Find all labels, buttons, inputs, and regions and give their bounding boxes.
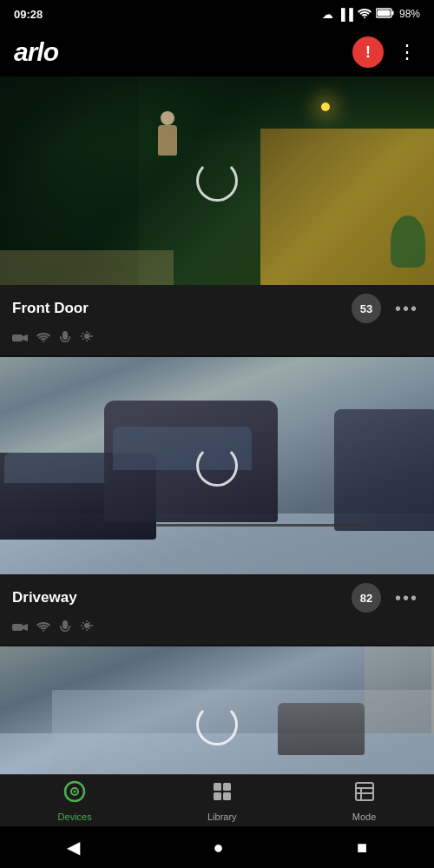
camera-card-driveway: Driveway 82 ••• xyxy=(0,357,434,645)
svg-point-6 xyxy=(43,341,44,342)
devices-nav-icon xyxy=(63,780,86,808)
alert-button[interactable]: ! xyxy=(352,36,384,68)
nav-item-mode[interactable]: Mode xyxy=(335,773,394,829)
status-bar: 09:28 ☁ ▐▐ 98% xyxy=(0,0,434,28)
android-recents-button[interactable]: ■ xyxy=(339,831,385,865)
signal-badge-driveway: 82 xyxy=(352,583,381,613)
recording-icon-front-door xyxy=(12,331,28,345)
camera-info-driveway: Driveway 82 ••• xyxy=(0,574,434,616)
camera-feed-driveway[interactable] xyxy=(0,357,434,574)
camera-more-button-front-door[interactable]: ••• xyxy=(391,295,422,322)
svg-point-10 xyxy=(43,630,44,632)
camera-info-right-front-door: 53 ••• xyxy=(352,294,422,323)
nav-label-mode: Mode xyxy=(352,812,377,822)
loading-spinner-driveway xyxy=(196,445,238,487)
status-icons: ☁ ▐▐ 98% xyxy=(322,8,420,21)
svg-marker-9 xyxy=(23,624,28,631)
camera-status-icons-driveway xyxy=(0,616,434,645)
camera-info-right-driveway: 82 ••• xyxy=(352,583,422,613)
status-time: 09:28 xyxy=(14,8,43,21)
svg-point-7 xyxy=(84,334,89,339)
battery-icon xyxy=(376,8,395,21)
camera-feed-third[interactable] xyxy=(0,646,434,774)
wifi-icon xyxy=(358,8,372,21)
android-home-button[interactable]: ● xyxy=(195,831,240,865)
library-nav-icon xyxy=(211,780,233,808)
svg-rect-15 xyxy=(214,783,221,791)
camera-card-third xyxy=(0,646,434,774)
more-menu-button[interactable]: ⋮ xyxy=(394,37,420,67)
app-logo: arlo xyxy=(14,37,58,67)
svg-rect-18 xyxy=(223,792,231,800)
wifi-status-icon-front-door xyxy=(36,331,50,345)
audio-icon-driveway xyxy=(59,620,71,634)
mode-nav-icon xyxy=(353,780,376,808)
app-bar-actions: ! ⋮ xyxy=(352,36,420,68)
svg-rect-2 xyxy=(391,10,393,15)
camera-card-front-door: Front Door 53 ••• xyxy=(0,76,434,355)
svg-marker-5 xyxy=(23,335,28,341)
app-bar: arlo ! ⋮ xyxy=(0,28,434,76)
svg-rect-16 xyxy=(223,783,231,791)
nav-label-devices: Devices xyxy=(58,812,92,822)
motion-icon-front-door xyxy=(80,330,94,345)
svg-rect-4 xyxy=(12,335,23,341)
svg-point-11 xyxy=(84,623,89,628)
recording-icon-driveway xyxy=(12,620,28,634)
nav-item-library[interactable]: Library xyxy=(190,773,254,829)
sim-icon: ▐▐ xyxy=(338,8,353,21)
android-navigation-bar: ◀ ● ■ xyxy=(0,826,434,868)
camera-list: Front Door 53 ••• xyxy=(0,76,434,774)
camera-more-button-driveway[interactable]: ••• xyxy=(391,585,422,612)
camera-name-driveway: Driveway xyxy=(12,589,77,606)
nav-item-devices[interactable]: Devices xyxy=(41,773,109,829)
camera-name-front-door: Front Door xyxy=(12,300,89,317)
battery-percent: 98% xyxy=(399,8,420,20)
wifi-status-icon-driveway xyxy=(36,620,50,634)
cloud-icon: ☁ xyxy=(322,8,333,21)
signal-badge-front-door: 53 xyxy=(352,294,381,323)
android-back-button[interactable]: ◀ xyxy=(49,830,97,865)
loading-spinner-third xyxy=(196,704,238,745)
camera-status-icons-front-door xyxy=(0,327,434,355)
svg-rect-3 xyxy=(377,10,390,16)
camera-feed-front-door[interactable] xyxy=(0,76,434,285)
nav-label-library: Library xyxy=(207,812,237,822)
audio-icon-front-door xyxy=(59,330,71,345)
svg-rect-17 xyxy=(214,792,221,800)
motion-icon-driveway xyxy=(80,620,94,634)
svg-point-0 xyxy=(364,17,365,18)
svg-rect-19 xyxy=(356,783,373,800)
camera-info-front-door: Front Door 53 ••• xyxy=(0,285,434,327)
svg-point-14 xyxy=(74,790,76,792)
bottom-navigation: Devices Library Mode xyxy=(0,774,434,826)
loading-spinner-front-door xyxy=(196,160,238,202)
alert-icon: ! xyxy=(365,43,371,62)
svg-rect-8 xyxy=(12,624,23,631)
